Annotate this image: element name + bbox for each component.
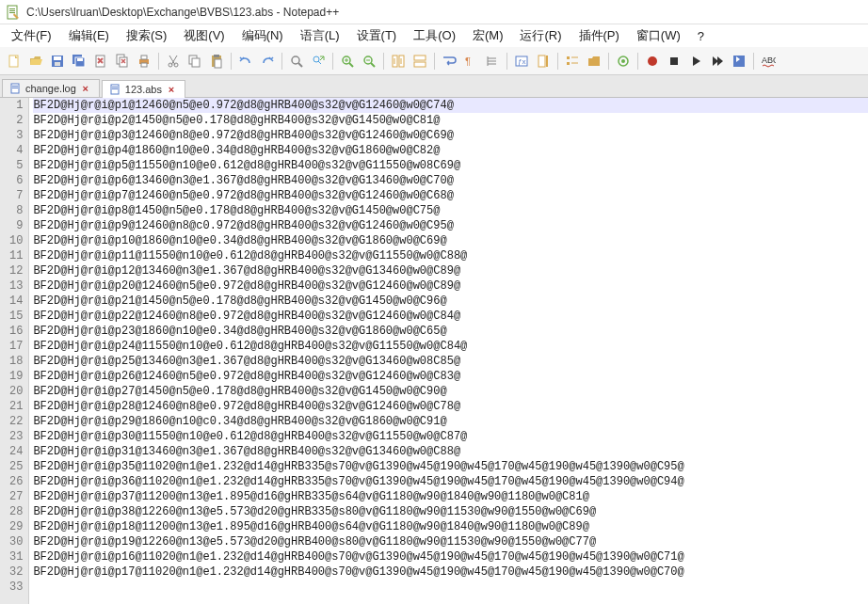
save-macro-button[interactable] [729,51,749,72]
editor-line[interactable]: BF2D@Hj@r@i@p8@1450@n5@e0.178@d8@gHRB400… [33,203,868,218]
svg-text:ABC: ABC [762,56,776,65]
wrap-button[interactable] [439,51,459,72]
cut-button[interactable] [163,51,184,72]
editor-line[interactable]: BF2D@Hj@r@i@p38@12260@n13@e5.573@d20@gHR… [33,504,868,519]
tab-change-log[interactable]: change.log× [2,79,100,97]
zoom-out-button[interactable] [359,51,379,72]
editor-line[interactable]: BF2D@Hj@r@i@p37@11200@n13@e1.895@d16@gHR… [33,489,868,504]
play-multi-button[interactable] [707,51,728,72]
menu-item-1[interactable]: 编辑(E) [61,25,117,46]
file-icon [110,84,121,95]
monitor-button[interactable] [613,51,634,72]
svg-rect-49 [112,87,118,87]
menu-item-4[interactable]: 编码(N) [234,25,291,46]
window-title: C:\Users\lruan\Desktop\Exchange\BVBS\123… [26,6,339,19]
close-all-button[interactable] [112,51,133,72]
editor-line[interactable]: BF2D@Hj@r@i@p11@11550@n10@e0.612@d8@gHRB… [33,248,868,263]
sync-v-button[interactable] [388,51,409,72]
editor-line[interactable]: BF2D@Hj@r@i@p31@13460@n3@e1.367@d8@gHRB4… [33,444,868,459]
editor-line[interactable]: BF2D@Hj@r@i@p9@12460@n8@c0.972@d8@gHRB40… [33,218,868,233]
editor-line[interactable]: BF2D@Hj@r@i@p2@1450@n5@e0.178@d8@gHRB400… [33,113,868,128]
all-chars-button[interactable]: ¶ [460,51,481,72]
editor-line[interactable]: BF2D@Hj@r@i@p12@13460@n3@e1.367@d8@gHRB4… [33,263,868,278]
paste-icon [209,54,224,69]
line-number: 13 [9,278,23,294]
tab-close-icon[interactable]: × [80,83,91,94]
indent-guide-button[interactable] [482,51,503,72]
record-button[interactable] [642,51,663,72]
copy-button[interactable] [185,51,205,72]
open-button[interactable] [25,51,46,72]
line-number: 2 [9,113,23,128]
redo-button[interactable] [257,51,278,72]
sync-h-icon [412,54,427,69]
editor-line[interactable]: BF2D@Hj@r@i@p30@11550@n10@e0.612@d8@gHRB… [33,429,868,444]
editor-line[interactable]: BF2D@Hj@r@i@p24@11550@n10@e0.612@d8@gHRB… [33,339,868,354]
menu-item-3[interactable]: 视图(V) [176,25,232,46]
menu-item-5[interactable]: 语言(L) [293,25,347,46]
editor-line[interactable]: BF2D@Hj@r@i@p18@11200@n13@e1.895@d16@gHR… [33,519,868,534]
menu-item-9[interactable]: 运行(R) [512,25,569,46]
menu-item-0[interactable]: 文件(F) [4,25,59,46]
menu-item-11[interactable]: 窗口(W) [629,25,688,46]
save-macro-icon [731,54,747,69]
stop-button[interactable] [664,51,684,72]
line-gutter: 1234567891011121314151617181920212223242… [0,98,29,604]
editor-line[interactable]: BF2D@Hj@r@i@p27@1450@n5@e0.178@d8@gHRB40… [33,384,868,399]
editor-line[interactable]: BF2D@Hj@r@i@p5@11550@n10@e0.612@d8@gHRB4… [33,158,868,173]
save-all-button[interactable] [69,51,89,72]
editor-line[interactable]: BF2D@Hj@r@i@p1@12460@n5@e0.972@d8@gHRB40… [33,98,868,113]
editor-line[interactable]: BF2D@Hj@r@i@p25@13460@n3@e1.367@d8@gHRB4… [33,354,868,369]
doc-map-button[interactable] [533,51,554,72]
editor-line[interactable]: BF2D@Hj@r@i@p3@12460@n8@e0.972@d8@gHRB40… [33,128,868,143]
tab-close-icon[interactable]: × [166,84,177,95]
editor-line[interactable]: BF2D@Hj@r@i@p23@1860@n10@e0.34@d8@gHRB40… [33,324,868,339]
editor-line[interactable]: BF2D@Hj@r@i@p17@11020@n1@e1.232@d14@gHRB… [33,564,868,580]
close-button[interactable] [90,51,111,72]
folder-button[interactable] [584,51,604,72]
editor-line[interactable]: BF2D@Hj@r@i@p7@12460@n5@e0.972@d8@gHRB40… [33,188,868,203]
new-button[interactable] [4,51,24,72]
menu-item-8[interactable]: 宏(M) [465,25,511,46]
paste-button[interactable] [206,51,227,72]
line-number: 7 [9,188,23,203]
menu-item-6[interactable]: 设置(T) [349,25,405,46]
editor-line[interactable]: BF2D@Hj@r@i@p10@1860@n10@e0.34@d8@gHRB40… [33,233,868,248]
line-number: 22 [9,414,23,429]
editor-line[interactable]: BF2D@Hj@r@i@p28@12460@n8@e0.972@d8@gHRB4… [33,399,868,414]
play-button[interactable] [685,51,706,72]
find-button[interactable] [286,51,307,72]
editor-line[interactable]: BF2D@Hj@r@i@p22@12460@n8@e0.972@d8@gHRB4… [33,309,868,324]
print-icon [137,54,152,69]
func-list-button[interactable] [562,51,583,72]
menu-item-7[interactable]: 工具(O) [406,25,463,46]
svg-point-24 [292,56,299,64]
menu-item-12[interactable]: ? [690,27,712,45]
editor-line[interactable]: BF2D@Hj@r@i@p4@1860@n10@e0.34@d8@gHRB400… [33,143,868,158]
save-button[interactable] [47,51,68,72]
editor-line[interactable]: BF2D@Hj@r@i@p6@13460@n3@e1.367@d8@gHRB40… [33,173,868,188]
line-number: 32 [9,564,23,580]
replace-button[interactable] [308,51,329,72]
editor-content[interactable]: BF2D@Hj@r@i@p1@12460@n5@e0.972@d8@gHRB40… [29,98,868,604]
func-list-icon [565,54,580,69]
editor-line[interactable]: BF2D@Hj@r@i@p19@12260@n13@e5.573@d20@gHR… [33,534,868,549]
tab-123-abs[interactable]: 123.abs× [102,80,185,98]
zoom-in-button[interactable] [337,51,358,72]
editor-line[interactable]: BF2D@Hj@r@i@p26@12460@n5@e0.972@d8@gHRB4… [33,369,868,384]
menu-item-10[interactable]: 插件(P) [571,25,627,46]
lang-button[interactable]: ƒx [511,51,532,72]
sync-h-button[interactable] [410,51,430,72]
editor-line[interactable]: BF2D@Hj@r@i@p16@11020@n1@e1.232@d14@gHRB… [33,549,868,564]
editor-line[interactable]: BF2D@Hj@r@i@p20@12460@n5@e0.972@d8@gHRB4… [33,278,868,294]
undo-button[interactable] [235,51,256,72]
editor-line[interactable]: BF2D@Hj@r@i@p36@11020@n1@e1.232@d14@gHRB… [33,474,868,489]
editor-line[interactable]: BF2D@Hj@r@i@p21@1450@n5@e0.178@d8@gHRB40… [33,294,868,309]
editor-line[interactable]: BF2D@Hj@r@i@p35@11020@n1@e1.232@d14@gHRB… [33,459,868,474]
editor-line[interactable] [33,580,868,595]
menu-item-2[interactable]: 搜索(S) [119,25,174,46]
editor-area[interactable]: 1234567891011121314151617181920212223242… [0,98,868,604]
print-button[interactable] [134,51,154,72]
editor-line[interactable]: BF2D@Hj@r@i@p29@1860@n10@c0.34@d8@gHRB40… [33,414,868,429]
spellcheck-button[interactable]: ABC [758,51,779,72]
